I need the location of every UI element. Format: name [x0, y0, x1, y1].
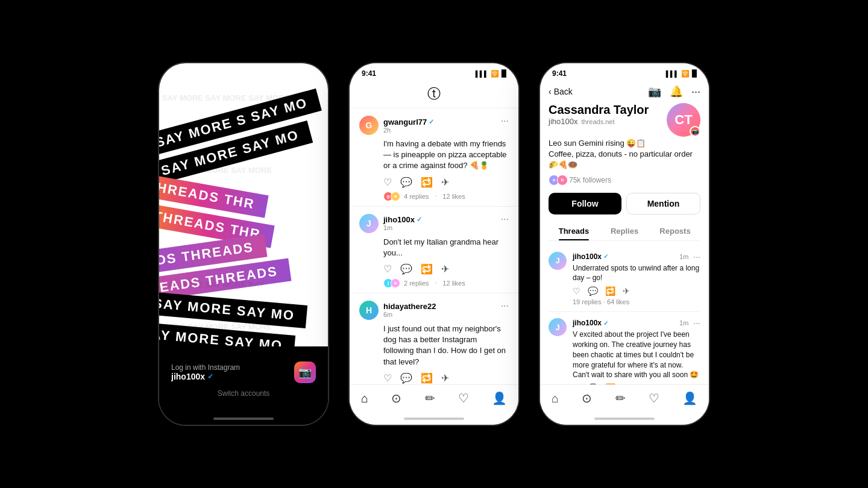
p-like-1[interactable]: ♡	[573, 286, 580, 296]
mention-button[interactable]: Mention	[626, 193, 700, 214]
repost-icon-2[interactable]: 🔁	[421, 263, 433, 275]
profile-post-2-verified: ✓	[603, 320, 608, 327]
post-3-user-row: H hidayathere22 6m	[359, 301, 436, 320]
post-2-more-btn[interactable]: ···	[501, 214, 509, 225]
share-icon-1[interactable]: ✈	[441, 177, 449, 188]
p-repost-1[interactable]: 🔁	[605, 286, 615, 296]
bg-text-3: SAY MORE SAY MORE SAY	[162, 280, 264, 289]
profile-bio-line2: Coffee, pizza, donuts - no particular or…	[549, 149, 700, 170]
tab-search-icon[interactable]: ⊙	[391, 391, 401, 405]
instagram-icon[interactable]: 📷	[294, 361, 316, 383]
tab-home-icon[interactable]: ⌂	[361, 392, 368, 405]
status-time-2: 9:41	[362, 69, 376, 78]
profile-avatar: CT 📷	[667, 103, 700, 137]
instagram-topbar-icon[interactable]: 📷	[648, 85, 661, 98]
post-2-stats: j a 2 replies · 12 likes	[383, 278, 509, 288]
profile-name-section: Cassandra Taylor jiho100x threads.net	[549, 103, 649, 130]
more-options-icon[interactable]: ···	[691, 86, 700, 98]
like-icon-3[interactable]: ♡	[383, 372, 392, 384]
post-2-user-info: jiho100x ✓ 1m	[383, 215, 422, 231]
tab-compose-icon[interactable]: ✏	[425, 391, 435, 405]
profile-post-1-more[interactable]: ···	[693, 252, 700, 261]
profile-posts-list: J jiho100x ✓ 1m ···	[549, 246, 700, 384]
profile-tab-compose[interactable]: ✏	[615, 391, 626, 405]
tab-replies[interactable]: Replies	[599, 222, 650, 240]
reply-icon-2[interactable]: 💬	[400, 263, 412, 275]
splash-login-area: Log in with Instagram jiho100x ✓ 📷 Switc…	[159, 346, 328, 425]
username-display: jiho100x ✓	[171, 372, 240, 381]
profile-name: Cassandra Taylor	[549, 103, 649, 117]
share-icon-3[interactable]: ✈	[441, 372, 449, 384]
profile-tab-bar: ⌂ ⊙ ✏ ♡ 👤	[540, 384, 709, 413]
profile-domain: threads.net	[581, 118, 614, 125]
p-share-1[interactable]: ✈	[623, 286, 630, 296]
profile-post-2-username: jiho100x ✓	[573, 319, 608, 327]
repost-icon-3[interactable]: 🔁	[421, 372, 433, 384]
repost-icon-1[interactable]: 🔁	[421, 177, 433, 188]
follow-button[interactable]: Follow	[549, 193, 621, 214]
profile-avatar-ig-badge: 📷	[690, 126, 700, 137]
status-icons-3: ▌▌▌ 🛜 ▉	[666, 70, 697, 78]
post-2-likes: 12 likes	[442, 280, 465, 287]
post-1-stats: g a 4 replies · 12 likes	[383, 192, 509, 201]
post-1-user-info: gwangurl77 ✓ 2h	[383, 117, 434, 134]
post-1-user-row: G gwangurl77 ✓ 2h	[359, 116, 434, 135]
login-row: Log in with Instagram jiho100x ✓ 📷	[171, 361, 316, 383]
profile-post-2-text: V excited about the project I've been wo…	[573, 330, 700, 380]
login-label: Log in with Instagram	[171, 363, 240, 372]
post-1-more-btn[interactable]: ···	[501, 116, 509, 127]
profile-tab-heart[interactable]: ♡	[649, 391, 659, 405]
profile-post-1-content: jiho100x ✓ 1m ··· Underrated spots to un…	[573, 252, 700, 306]
profile-tab-profile[interactable]: 👤	[682, 391, 697, 405]
battery-icon-3: ▉	[692, 70, 697, 78]
bell-icon[interactable]: 🔔	[670, 85, 683, 98]
wifi-icon-2: 🛜	[491, 70, 499, 78]
profile-topbar: ‹ Back 📷 🔔 ···	[540, 80, 709, 103]
back-button[interactable]: ‹ Back	[549, 87, 573, 96]
like-icon-1[interactable]: ♡	[383, 177, 392, 188]
post-2-actions: ♡ 💬 🔁 ✈	[383, 263, 509, 275]
profile-bio: Leo sun Gemini rising 😜📋 Coffee, pizza, …	[549, 138, 700, 171]
status-icons-2: ▌▌▌ 🛜 ▉	[476, 70, 506, 78]
profile-post-2-more[interactable]: ···	[693, 318, 700, 328]
back-label: Back	[554, 87, 573, 96]
post-2: J jiho100x ✓ 1m ··· Don	[350, 207, 518, 293]
profile-post-2: J jiho100x ✓ 1m ···	[549, 312, 700, 384]
post-3-more-btn[interactable]: ···	[501, 301, 509, 311]
post-1-actions: ♡ 💬 🔁 ✈	[383, 177, 509, 188]
post-3: H hidayathere22 6m ··· I just found out …	[350, 293, 518, 384]
profile-bio-line1: Leo sun Gemini rising 😜📋	[549, 138, 700, 149]
tab-reposts[interactable]: Reposts	[650, 222, 700, 240]
profile-post-1-time: 1m	[679, 253, 688, 260]
post-2-replies: 2 replies	[404, 280, 429, 287]
tab-threads[interactable]: Threads	[549, 222, 599, 240]
follower-avatars: a b	[549, 175, 565, 186]
threads-logo: ⓣ	[427, 85, 441, 103]
feed-header: ⓣ	[350, 80, 518, 108]
post-1-verified: ✓	[429, 118, 434, 126]
post-2-time: 1m	[383, 224, 422, 231]
profile-tab-search[interactable]: ⊙	[582, 391, 592, 405]
post-1-stat-avatars: g a	[383, 192, 398, 201]
switch-accounts-link[interactable]: Switch accounts	[218, 389, 270, 398]
profile-post-1-verified: ✓	[603, 253, 608, 260]
profile-name-row: Cassandra Taylor jiho100x threads.net CT…	[549, 103, 700, 137]
topbar-action-icons: 📷 🔔 ···	[648, 85, 700, 98]
follower-av-2: b	[557, 175, 568, 186]
reply-icon-3[interactable]: 💬	[400, 372, 412, 384]
home-indicator-3	[540, 413, 709, 425]
tab-profile-icon[interactable]: 👤	[492, 391, 507, 405]
login-section: Log in with Instagram jiho100x ✓	[171, 363, 240, 381]
post-2-user-row: J jiho100x ✓ 1m	[359, 214, 422, 233]
share-icon-2[interactable]: ✈	[441, 263, 449, 275]
profile-post-2-content: jiho100x ✓ 1m ··· V excited about the pr…	[573, 318, 700, 384]
reply-icon-1[interactable]: 💬	[400, 177, 412, 188]
tab-heart-icon[interactable]: ♡	[458, 391, 469, 405]
profile-tab-home[interactable]: ⌂	[552, 392, 559, 405]
profile-post-1: J jiho100x ✓ 1m ···	[549, 246, 700, 313]
phone-feed: 9:41 ▌▌▌ 🛜 ▉ ⓣ G	[350, 63, 518, 425]
p-reply-1[interactable]: 💬	[588, 286, 598, 296]
phone-splash: 9:41 ▌▌▌ 🛜 ▉ SAY MORE S SAY MO SAY MORE …	[159, 63, 328, 425]
feed-scroll[interactable]: G gwangurl77 ✓ 2h ··· I	[350, 108, 518, 384]
like-icon-2[interactable]: ♡	[383, 263, 392, 275]
